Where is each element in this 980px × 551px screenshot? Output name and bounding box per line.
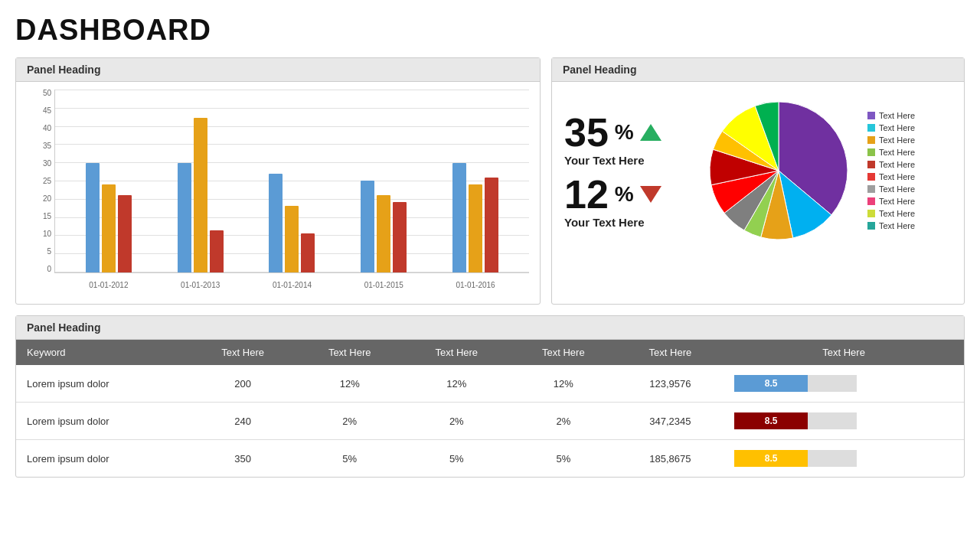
table-cell: 5%	[403, 440, 511, 478]
bar-orange	[377, 195, 390, 272]
bar-red	[393, 202, 407, 272]
bar-red	[301, 233, 315, 272]
table-cell: 2%	[510, 403, 617, 440]
pie-panel-body: 35% Your Text Here 12% Your Text Here Te…	[552, 82, 964, 259]
legend-label: Text Here	[879, 197, 915, 206]
legend-item: Text Here	[867, 135, 915, 145]
legend-color-box	[867, 210, 875, 217]
stat2-value: 12%	[564, 174, 687, 214]
legend-label: Text Here	[879, 209, 915, 218]
progress-bar-container: 8.5	[734, 412, 857, 429]
table-header-cell: Text Here	[510, 340, 617, 365]
stat2-label: Your Text Here	[564, 216, 687, 229]
dashboard-title: DASHBOARD	[15, 14, 965, 47]
bar-blue	[178, 163, 191, 272]
bar-group	[86, 163, 132, 272]
arrow-down-icon	[640, 186, 662, 203]
table-header-cell: Text Here	[189, 340, 296, 365]
data-table: KeywordText HereText HereText HereText H…	[16, 340, 964, 477]
bar-blue	[86, 163, 100, 272]
legend-label: Text Here	[879, 221, 915, 230]
pie-chart-svg	[702, 94, 855, 247]
legend-label: Text Here	[879, 123, 915, 132]
table-header-cell: Keyword	[16, 340, 189, 365]
legend-color-box	[867, 185, 875, 193]
bar-group	[269, 174, 315, 272]
y-axis-label: 25	[27, 178, 54, 185]
table-cell: 240	[189, 403, 296, 440]
table-header-cell: Text Here	[403, 340, 511, 365]
bar-red	[118, 195, 132, 272]
y-axis-label: 40	[27, 125, 54, 132]
progress-bar-filled: 8.5	[734, 375, 808, 392]
legend-color-box	[867, 222, 875, 230]
legend-item: Text Here	[867, 184, 915, 194]
table-cell: 185,8675	[617, 440, 724, 478]
legend-item: Text Here	[867, 221, 915, 230]
bar-group	[361, 181, 407, 272]
legend-item: Text Here	[867, 160, 915, 169]
table-cell-progress: 8.5	[724, 365, 964, 403]
bar-red	[210, 230, 224, 272]
bar-orange	[102, 184, 116, 272]
x-axis-label: 01-01-2012	[86, 281, 132, 289]
bar-orange	[285, 206, 299, 272]
legend-color-box	[867, 124, 875, 132]
progress-bar-filled: 8.5	[734, 450, 808, 467]
table-cell: 5%	[296, 440, 403, 478]
legend-color-box	[867, 161, 875, 168]
legend-label: Text Here	[879, 148, 915, 157]
table-cell-progress: 8.5	[724, 440, 964, 478]
table-cell: Lorem ipsum dolor	[16, 403, 189, 440]
pie-chart-panel: Panel Heading 35% Your Text Here 12% You	[551, 57, 965, 305]
legend-item: Text Here	[867, 197, 915, 206]
table-cell: 200	[189, 365, 296, 403]
table-cell: 5%	[510, 440, 617, 478]
table-cell: 2%	[403, 403, 511, 440]
table-header-cell: Text Here	[617, 340, 724, 365]
y-axis-label: 35	[27, 142, 54, 150]
table-cell: 12%	[403, 365, 511, 403]
bar-blue	[452, 163, 466, 272]
x-axis-label: 01-01-2013	[178, 281, 224, 289]
progress-bar-empty	[808, 450, 857, 467]
progress-bar-empty	[808, 375, 857, 392]
table-cell-progress: 8.5	[724, 403, 964, 440]
legend-item: Text Here	[867, 123, 915, 132]
pie-section: Text HereText HereText HereText HereText…	[702, 94, 915, 247]
arrow-up-icon	[640, 124, 662, 141]
y-axis-label: 45	[27, 107, 54, 115]
legend-label: Text Here	[879, 135, 915, 145]
table-cell: 123,9576	[617, 365, 724, 403]
chart-area: 01-01-201201-01-201301-01-201401-01-2015…	[54, 90, 529, 273]
bar-chart-panel-heading: Panel Heading	[16, 58, 540, 82]
progress-bar-empty	[808, 412, 857, 429]
stat1-value: 35%	[564, 112, 687, 152]
legend: Text HereText HereText HereText HereText…	[867, 111, 915, 230]
table-row: Lorem ipsum dolor2402%2%2%347,23458.5	[16, 403, 964, 440]
progress-bar-container: 8.5	[734, 375, 857, 392]
y-axis-label: 50	[27, 90, 54, 97]
pie-chart-panel-heading: Panel Heading	[552, 58, 964, 82]
legend-item: Text Here	[867, 148, 915, 157]
legend-label: Text Here	[879, 184, 915, 194]
bar-red	[485, 178, 498, 272]
bar-blue	[269, 174, 283, 272]
stat-block-1: 35% Your Text Here	[564, 112, 687, 167]
table-cell: 2%	[296, 403, 403, 440]
bar-chart: 05101520253035404550 01-01-201201-01-201…	[27, 90, 529, 296]
table-cell: 347,2345	[617, 403, 724, 440]
y-axis-label: 5	[27, 248, 54, 256]
legend-item: Text Here	[867, 209, 915, 218]
progress-bar-container: 8.5	[734, 450, 857, 467]
legend-color-box	[867, 148, 875, 156]
table-cell: Lorem ipsum dolor	[16, 440, 189, 478]
y-axis-label: 10	[27, 230, 54, 238]
bar-blue	[361, 181, 374, 272]
x-axis-label: 01-01-2015	[361, 281, 407, 289]
stat-block-2: 12% Your Text Here	[564, 174, 687, 229]
bar-chart-panel: Panel Heading 05101520253035404550 01-01…	[15, 57, 541, 305]
bar-orange	[194, 118, 207, 272]
legend-color-box	[867, 136, 875, 144]
x-axis-label: 01-01-2014	[269, 281, 315, 289]
